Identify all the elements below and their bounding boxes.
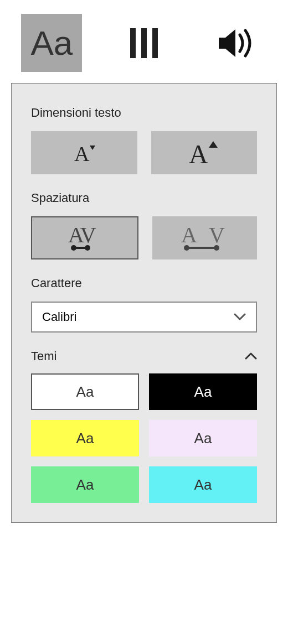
wide-spacing-icon: A V <box>171 221 238 255</box>
narrow-spacing-icon: AV <box>57 221 112 255</box>
svg-point-10 <box>85 245 90 251</box>
increase-font-icon: A <box>179 138 229 168</box>
svg-rect-0 <box>130 28 136 58</box>
increase-text-size-button[interactable]: A <box>151 131 258 174</box>
chevron-down-icon <box>234 313 246 321</box>
svg-text:V: V <box>209 222 225 247</box>
svg-marker-4 <box>90 146 95 150</box>
tab-text-preferences[interactable]: Aa <box>21 14 82 72</box>
font-dropdown[interactable]: Calibri <box>31 302 257 333</box>
speaker-icon <box>214 24 259 63</box>
wide-spacing-button[interactable]: A V <box>152 216 258 259</box>
narrow-spacing-button[interactable]: AV <box>31 216 138 259</box>
columns-icon <box>125 24 163 63</box>
svg-marker-6 <box>209 141 218 148</box>
font-label: Carattere <box>31 276 257 290</box>
top-tabs: Aa <box>0 0 288 83</box>
text-size-row: A A <box>31 131 257 174</box>
svg-text:A: A <box>189 139 208 168</box>
spacing-label: Spaziatura <box>31 191 257 205</box>
svg-text:AV: AV <box>68 222 96 247</box>
theme-option-5[interactable]: Aa <box>149 466 257 503</box>
theme-option-1[interactable]: Aa <box>149 373 257 410</box>
themes-label: Temi <box>31 349 56 363</box>
decrease-font-icon: A <box>62 139 106 167</box>
spacing-row: AV A V <box>31 216 257 259</box>
svg-rect-2 <box>152 28 158 58</box>
svg-point-15 <box>214 245 219 251</box>
svg-text:A: A <box>181 222 197 247</box>
themes-grid: AaAaAaAaAaAa <box>31 373 257 503</box>
font-dropdown-value: Calibri <box>42 310 76 324</box>
tab-voice-options[interactable] <box>206 14 267 72</box>
theme-option-2[interactable]: Aa <box>31 420 139 456</box>
text-size-label: Dimensioni testo <box>31 106 257 120</box>
theme-option-0[interactable]: Aa <box>31 373 139 410</box>
chevron-up-icon[interactable] <box>245 352 257 360</box>
themes-header: Temi <box>31 349 257 363</box>
svg-rect-1 <box>141 28 147 58</box>
svg-text:A: A <box>74 142 90 165</box>
text-aa-icon: Aa <box>30 23 73 63</box>
tab-column-options[interactable] <box>114 14 174 72</box>
theme-option-3[interactable]: Aa <box>149 420 257 456</box>
text-preferences-panel: Dimensioni testo A A Spaziatura AV <box>11 83 277 523</box>
theme-option-4[interactable]: Aa <box>31 466 139 503</box>
decrease-text-size-button[interactable]: A <box>31 131 137 174</box>
